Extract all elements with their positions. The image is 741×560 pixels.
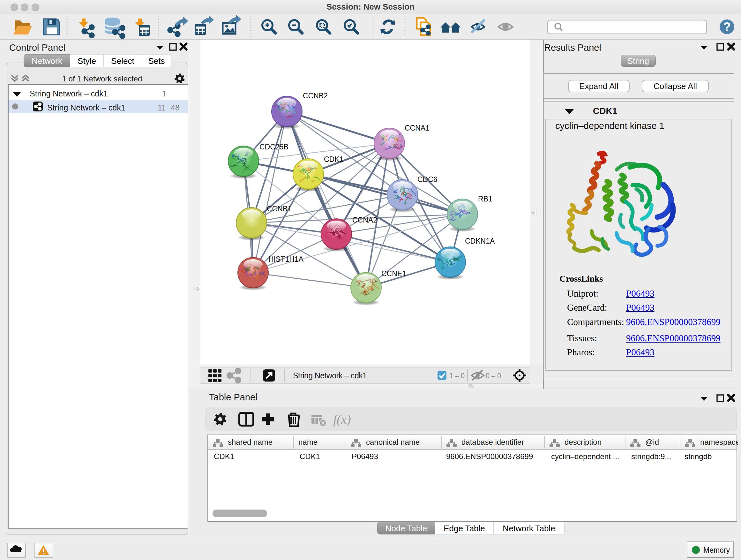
svg-text:CDKN1A: CDKN1A xyxy=(465,237,495,245)
svg-text:CDC6: CDC6 xyxy=(417,175,437,184)
svg-text:f(x): f(x) xyxy=(333,412,351,427)
svg-text:String Network – cdk1: String Network – cdk1 xyxy=(293,371,367,380)
svg-text:CCNB2: CCNB2 xyxy=(303,91,328,100)
svg-text:CDC25B: CDC25B xyxy=(259,143,288,151)
svg-text:HIST1H1A: HIST1H1A xyxy=(268,255,304,263)
svg-text:CDK1: CDK1 xyxy=(324,155,343,164)
svg-text:CCNA2: CCNA2 xyxy=(352,216,377,224)
svg-text:CCNB1: CCNB1 xyxy=(267,205,292,213)
svg-text:CCNE1: CCNE1 xyxy=(381,269,406,278)
svg-text:?: ? xyxy=(723,20,731,34)
svg-text:RB1: RB1 xyxy=(478,195,492,203)
svg-text:CCNA1: CCNA1 xyxy=(405,124,429,132)
svg-text:0 – 0: 0 – 0 xyxy=(486,371,501,380)
svg-text:1 – 0: 1 – 0 xyxy=(449,371,465,380)
